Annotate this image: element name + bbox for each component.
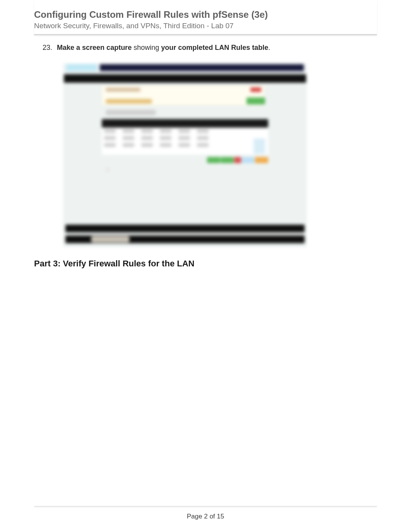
page-footer: Page 2 of 15 xyxy=(34,506,377,520)
instruction-middle: showing xyxy=(132,44,161,51)
section-heading-part3: Part 3: Verify Firewall Rules for the LA… xyxy=(34,259,377,269)
instruction-item-23: 23. Make a screen capture showing your c… xyxy=(43,44,377,52)
page-number: Page 2 of 15 xyxy=(34,513,377,520)
instruction-list: 23. Make a screen capture showing your c… xyxy=(34,44,377,52)
footer-divider xyxy=(34,506,377,507)
item-text: Make a screen capture showing your compl… xyxy=(57,44,377,52)
item-number: 23. xyxy=(43,44,57,52)
document-header: Configuring Custom Firewall Rules with p… xyxy=(34,0,377,35)
instruction-bold-prefix: Make a screen capture xyxy=(57,44,132,51)
document-title: Configuring Custom Firewall Rules with p… xyxy=(34,9,377,20)
instruction-period: . xyxy=(268,44,270,51)
document-subtitle: Network Security, Firewalls, and VPNs, T… xyxy=(34,22,377,30)
lan-rules-screenshot-placeholder xyxy=(63,63,307,247)
instruction-bold-suffix: your completed LAN Rules table xyxy=(161,44,268,51)
